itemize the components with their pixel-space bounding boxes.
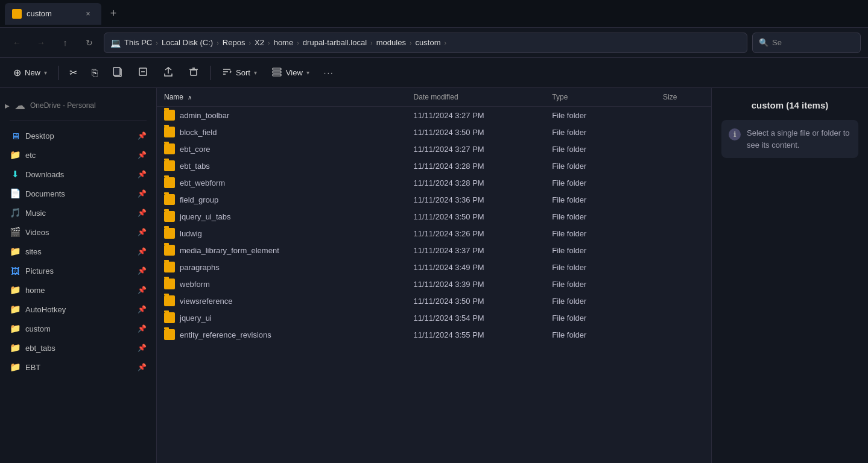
back-button[interactable]: ← <box>7 33 27 52</box>
column-header-date[interactable]: Date modified <box>407 88 545 107</box>
delete-icon <box>188 66 199 80</box>
browser-tab[interactable]: custom × <box>5 3 101 25</box>
sidebar-item-ebt_tabs[interactable]: 📁ebt_tabs📌 <box>0 338 156 357</box>
column-header-name[interactable]: Name ∧ <box>157 88 407 107</box>
file-type-cell: File folder <box>545 124 656 140</box>
file-name-cell: paragraphs <box>157 259 407 276</box>
new-button[interactable]: ⊕ New ▾ <box>7 62 53 84</box>
file-size-cell <box>656 326 711 343</box>
breadcrumb-part-repos[interactable]: Repos <box>223 38 246 47</box>
sidebar-expand-icon: ▶ <box>5 102 10 109</box>
column-header-size[interactable]: Size <box>656 88 711 107</box>
sidebar-pin-desktop: 📌 <box>138 131 147 140</box>
toolbar-separator-2 <box>210 66 211 80</box>
sidebar-item-music[interactable]: 🎵Music📌 <box>0 203 156 222</box>
tab-title: custom <box>27 9 77 18</box>
table-row[interactable]: jquery_ui_tabs11/11/2024 3:50 PMFile fol… <box>157 208 711 225</box>
file-type-cell: File folder <box>545 309 656 326</box>
share-button[interactable] <box>157 62 180 84</box>
info-panel-text: Select a single file or folder to see it… <box>747 127 851 151</box>
breadcrumb-part-custom[interactable]: custom <box>416 38 441 47</box>
up-button[interactable]: ↑ <box>55 33 75 52</box>
search-text: Se <box>772 38 782 47</box>
file-name-cell: media_library_form_element <box>157 242 407 259</box>
sidebar-item-desktop[interactable]: 🖥Desktop📌 <box>0 126 156 145</box>
sidebar-item-pictures[interactable]: 🖼Pictures📌 <box>0 261 156 280</box>
sort-icon <box>221 66 232 80</box>
table-row[interactable]: ebt_tabs11/11/2024 3:28 PMFile folder <box>157 157 711 174</box>
file-size-cell <box>656 225 711 242</box>
sidebar-item-documents[interactable]: 📄Documents📌 <box>0 184 156 203</box>
sidebar-label-documents: Documents <box>25 189 133 198</box>
folder-icon <box>164 295 175 306</box>
delete-button[interactable] <box>182 62 205 84</box>
table-row[interactable]: ebt_core11/11/2024 3:27 PMFile folder <box>157 140 711 157</box>
table-row[interactable]: ebt_webform11/11/2024 3:28 PMFile folder <box>157 174 711 191</box>
refresh-button[interactable]: ↻ <box>80 33 99 52</box>
sidebar-item-custom[interactable]: 📁custom📌 <box>0 319 156 338</box>
paste-button[interactable] <box>106 62 129 84</box>
rename-button[interactable] <box>131 62 154 84</box>
file-name-cell: ebt_core <box>157 140 407 157</box>
info-icon: ℹ <box>729 128 741 140</box>
table-row[interactable]: paragraphs11/11/2024 3:49 PMFile folder <box>157 259 711 276</box>
up-icon: ↑ <box>63 38 68 48</box>
table-row[interactable]: webform11/11/2024 3:39 PMFile folder <box>157 276 711 292</box>
sidebar-items: 🖥Desktop📌📁etc📌⬇Downloads📌📄Documents📌🎵Mus… <box>0 126 156 377</box>
sidebar-onedrive-header[interactable]: ▶ ☁ OneDrive - Personal <box>0 95 156 116</box>
breadcrumb[interactable]: 💻This PC›Local Disk (C:)›Repos›X2›home›d… <box>104 33 747 53</box>
onedrive-icon: ☁ <box>14 99 25 112</box>
table-row[interactable]: field_group11/11/2024 3:36 PMFile folder <box>157 191 711 208</box>
column-header-type[interactable]: Type <box>545 88 656 107</box>
sidebar-label-sites: sites <box>25 247 133 256</box>
share-icon <box>163 66 174 80</box>
sidebar-item-downloads[interactable]: ⬇Downloads📌 <box>0 165 156 184</box>
search-icon: 🔍 <box>759 38 768 47</box>
cut-button[interactable]: ✂ <box>63 62 83 84</box>
sidebar-item-etc[interactable]: 📁etc📌 <box>0 145 156 165</box>
breadcrumb-part-local-disk--c--[interactable]: Local Disk (C:) <box>162 38 213 47</box>
file-list[interactable]: Name ∧ Date modified Type Size admin_too… <box>157 88 711 463</box>
sort-button[interactable]: Sort ▾ <box>215 62 263 84</box>
breadcrumb-part-this-pc[interactable]: This PC <box>124 38 152 47</box>
sidebar-item-autohotkey[interactable]: 📁AutoHotkey📌 <box>0 300 156 319</box>
file-date-cell: 11/11/2024 3:28 PM <box>407 157 545 174</box>
tab-close-button[interactable]: × <box>82 8 94 20</box>
more-button[interactable]: ··· <box>318 62 340 84</box>
more-icon: ··· <box>324 68 334 77</box>
folder-icon <box>164 245 175 256</box>
copy-button[interactable]: ⎘ <box>86 62 104 84</box>
sidebar-item-ebt[interactable]: 📁EBT📌 <box>0 357 156 377</box>
table-row[interactable]: admin_toolbar11/11/2024 3:27 PMFile fold… <box>157 107 711 124</box>
file-name-cell: webform <box>157 276 407 292</box>
sidebar-item-videos[interactable]: 🎬Videos📌 <box>0 222 156 242</box>
table-row[interactable]: block_field11/11/2024 3:50 PMFile folder <box>157 124 711 140</box>
new-tab-button[interactable]: + <box>104 4 123 24</box>
table-row[interactable]: viewsreference11/11/2024 3:50 PMFile fol… <box>157 292 711 309</box>
svg-rect-1 <box>113 68 120 75</box>
forward-button[interactable]: → <box>31 33 51 52</box>
breadcrumb-part-modules[interactable]: modules <box>376 38 406 47</box>
toolbar: ⊕ New ▾ ✂ ⎘ <box>0 58 868 88</box>
table-row[interactable]: entity_reference_revisions11/11/2024 3:5… <box>157 326 711 343</box>
table-row[interactable]: jquery_ui11/11/2024 3:54 PMFile folder <box>157 309 711 326</box>
breadcrumb-part-home[interactable]: home <box>274 38 294 47</box>
table-row[interactable]: ludwig11/11/2024 3:26 PMFile folder <box>157 225 711 242</box>
onedrive-label: OneDrive - Personal <box>30 101 96 110</box>
sidebar-pin-home: 📌 <box>138 286 147 294</box>
search-box[interactable]: 🔍 Se <box>752 33 861 53</box>
breadcrumb-part-drupal-tarball-local[interactable]: drupal-tarball.local <box>303 38 367 47</box>
sort-label: Sort <box>236 68 250 77</box>
breadcrumb-separator: › <box>268 39 270 46</box>
folder-icon <box>164 143 175 154</box>
sidebar-item-sites[interactable]: 📁sites📌 <box>0 242 156 261</box>
folder-icon <box>164 127 175 137</box>
copy-icon: ⎘ <box>92 68 98 78</box>
breadcrumb-part-x2[interactable]: X2 <box>255 38 264 47</box>
file-name-cell: jquery_ui <box>157 309 407 326</box>
file-name: jquery_ui_tabs <box>180 212 231 221</box>
file-name-cell: ebt_tabs <box>157 157 407 174</box>
table-row[interactable]: media_library_form_element11/11/2024 3:3… <box>157 242 711 259</box>
view-button[interactable]: View ▾ <box>265 62 315 84</box>
sidebar-item-home[interactable]: 📁home📌 <box>0 280 156 300</box>
